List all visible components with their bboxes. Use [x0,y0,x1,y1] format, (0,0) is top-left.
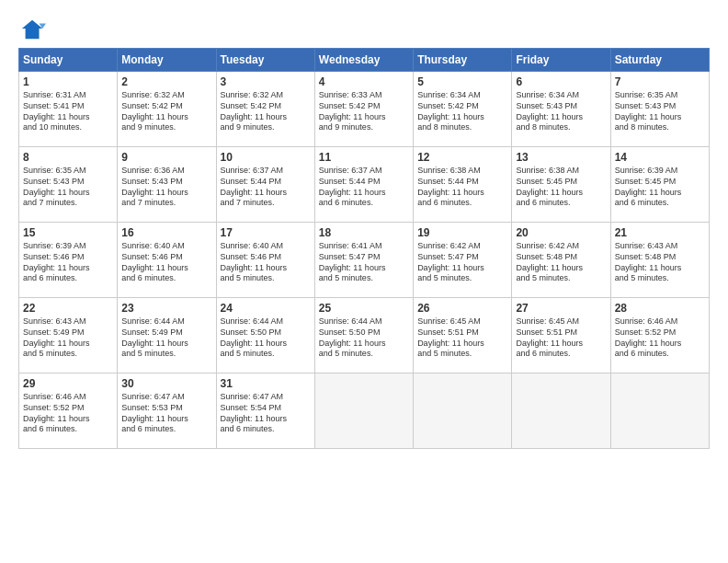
calendar-cell: 20Sunrise: 6:42 AM Sunset: 5:48 PM Dayli… [512,223,610,298]
day-info: Sunrise: 6:38 AM Sunset: 5:44 PM Dayligh… [417,166,507,209]
day-info: Sunrise: 6:37 AM Sunset: 5:44 PM Dayligh… [319,166,409,209]
day-info: Sunrise: 6:35 AM Sunset: 5:43 PM Dayligh… [615,90,705,133]
calendar-cell: 12Sunrise: 6:38 AM Sunset: 5:44 PM Dayli… [414,147,512,223]
day-number: 16 [121,225,211,240]
calendar-cell: 4Sunrise: 6:33 AM Sunset: 5:42 PM Daylig… [314,72,413,147]
day-number: 28 [615,301,705,316]
day-number: 2 [121,75,211,89]
calendar-cell: 28Sunrise: 6:46 AM Sunset: 5:52 PM Dayli… [610,298,709,373]
day-info: Sunrise: 6:39 AM Sunset: 5:46 PM Dayligh… [23,241,113,284]
calendar-cell: 30Sunrise: 6:47 AM Sunset: 5:53 PM Dayli… [118,373,216,449]
calendar-cell: 1Sunrise: 6:31 AM Sunset: 5:41 PM Daylig… [19,72,118,147]
day-info: Sunrise: 6:40 AM Sunset: 5:46 PM Dayligh… [221,241,311,284]
day-info: Sunrise: 6:45 AM Sunset: 5:51 PM Dayligh… [417,316,507,360]
logo-icon [20,17,46,42]
calendar-cell: 6Sunrise: 6:34 AM Sunset: 5:43 PM Daylig… [512,72,610,147]
calendar-cell [414,373,512,449]
day-info: Sunrise: 6:44 AM Sunset: 5:50 PM Dayligh… [221,316,311,360]
day-info: Sunrise: 6:47 AM Sunset: 5:54 PM Dayligh… [221,392,311,435]
day-number: 30 [121,376,211,391]
day-number: 17 [221,225,311,240]
calendar-cell: 10Sunrise: 6:37 AM Sunset: 5:44 PM Dayli… [216,147,314,223]
calendar-cell: 13Sunrise: 6:38 AM Sunset: 5:45 PM Dayli… [512,147,610,223]
day-number: 19 [417,225,507,240]
day-number: 12 [417,150,507,165]
day-info: Sunrise: 6:38 AM Sunset: 5:45 PM Dayligh… [516,166,606,209]
calendar-cell: 17Sunrise: 6:40 AM Sunset: 5:46 PM Dayli… [216,223,314,298]
day-number: 31 [221,376,311,391]
day-number: 5 [417,75,507,89]
day-info: Sunrise: 6:32 AM Sunset: 5:42 PM Dayligh… [221,90,311,133]
calendar-cell [512,373,610,449]
day-info: Sunrise: 6:46 AM Sunset: 5:52 PM Dayligh… [23,392,113,435]
day-number: 25 [319,301,409,316]
weekday-header-monday: Monday [118,49,216,72]
day-info: Sunrise: 6:44 AM Sunset: 5:50 PM Dayligh… [319,316,409,360]
calendar-cell: 3Sunrise: 6:32 AM Sunset: 5:42 PM Daylig… [216,72,314,147]
day-info: Sunrise: 6:45 AM Sunset: 5:51 PM Dayligh… [516,316,606,360]
day-info: Sunrise: 6:33 AM Sunset: 5:42 PM Dayligh… [319,90,409,133]
day-number: 8 [23,150,113,165]
day-info: Sunrise: 6:34 AM Sunset: 5:42 PM Dayligh… [417,90,507,133]
calendar-cell: 2Sunrise: 6:32 AM Sunset: 5:42 PM Daylig… [118,72,216,147]
day-number: 26 [417,301,507,316]
day-number: 1 [23,75,113,89]
day-number: 27 [516,301,606,316]
day-number: 13 [516,150,606,165]
day-number: 9 [121,150,211,165]
day-info: Sunrise: 6:47 AM Sunset: 5:53 PM Dayligh… [121,392,211,435]
day-number: 14 [615,150,705,165]
day-info: Sunrise: 6:40 AM Sunset: 5:46 PM Dayligh… [121,241,211,284]
day-info: Sunrise: 6:32 AM Sunset: 5:42 PM Dayligh… [121,90,211,133]
day-info: Sunrise: 6:46 AM Sunset: 5:52 PM Dayligh… [615,316,705,360]
day-info: Sunrise: 6:39 AM Sunset: 5:45 PM Dayligh… [615,166,705,209]
day-info: Sunrise: 6:36 AM Sunset: 5:43 PM Dayligh… [121,166,211,209]
day-info: Sunrise: 6:42 AM Sunset: 5:48 PM Dayligh… [516,241,606,284]
day-info: Sunrise: 6:43 AM Sunset: 5:48 PM Dayligh… [615,241,705,284]
svg-marker-0 [22,20,42,40]
day-info: Sunrise: 6:43 AM Sunset: 5:49 PM Dayligh… [23,316,113,360]
logo [18,17,46,39]
calendar-cell: 21Sunrise: 6:43 AM Sunset: 5:48 PM Dayli… [610,223,709,298]
calendar-cell: 26Sunrise: 6:45 AM Sunset: 5:51 PM Dayli… [414,298,512,373]
calendar-cell: 22Sunrise: 6:43 AM Sunset: 5:49 PM Dayli… [19,298,118,373]
calendar-cell: 5Sunrise: 6:34 AM Sunset: 5:42 PM Daylig… [414,72,512,147]
calendar-week-4: 22Sunrise: 6:43 AM Sunset: 5:49 PM Dayli… [19,298,710,373]
calendar-cell: 11Sunrise: 6:37 AM Sunset: 5:44 PM Dayli… [314,147,413,223]
calendar-cell: 27Sunrise: 6:45 AM Sunset: 5:51 PM Dayli… [512,298,610,373]
calendar-cell: 23Sunrise: 6:44 AM Sunset: 5:49 PM Dayli… [118,298,216,373]
weekday-header-saturday: Saturday [610,49,709,72]
calendar-week-3: 15Sunrise: 6:39 AM Sunset: 5:46 PM Dayli… [19,223,710,298]
calendar-cell: 7Sunrise: 6:35 AM Sunset: 5:43 PM Daylig… [610,72,709,147]
weekday-header-thursday: Thursday [414,49,512,72]
calendar-cell: 18Sunrise: 6:41 AM Sunset: 5:47 PM Dayli… [314,223,413,298]
calendar-cell: 16Sunrise: 6:40 AM Sunset: 5:46 PM Dayli… [118,223,216,298]
calendar-cell [314,373,413,449]
day-number: 23 [121,301,211,316]
page: SundayMondayTuesdayWednesdayThursdayFrid… [0,0,728,563]
calendar-cell: 25Sunrise: 6:44 AM Sunset: 5:50 PM Dayli… [314,298,413,373]
day-number: 21 [615,225,705,240]
weekday-header-row: SundayMondayTuesdayWednesdayThursdayFrid… [19,49,710,72]
day-info: Sunrise: 6:44 AM Sunset: 5:49 PM Dayligh… [121,316,211,360]
calendar-cell [610,373,709,449]
day-info: Sunrise: 6:37 AM Sunset: 5:44 PM Dayligh… [221,166,311,209]
day-number: 24 [221,301,311,316]
calendar-week-5: 29Sunrise: 6:46 AM Sunset: 5:52 PM Dayli… [19,373,710,449]
calendar-cell: 24Sunrise: 6:44 AM Sunset: 5:50 PM Dayli… [216,298,314,373]
day-number: 29 [23,376,113,391]
day-number: 3 [221,75,311,89]
day-number: 22 [23,301,113,316]
calendar-cell: 29Sunrise: 6:46 AM Sunset: 5:52 PM Dayli… [19,373,118,449]
weekday-header-tuesday: Tuesday [216,49,314,72]
calendar-week-1: 1Sunrise: 6:31 AM Sunset: 5:41 PM Daylig… [19,72,710,147]
day-number: 4 [319,75,409,89]
calendar-table: SundayMondayTuesdayWednesdayThursdayFrid… [18,48,710,449]
calendar-week-2: 8Sunrise: 6:35 AM Sunset: 5:43 PM Daylig… [19,147,710,223]
weekday-header-sunday: Sunday [19,49,118,72]
calendar-cell: 15Sunrise: 6:39 AM Sunset: 5:46 PM Dayli… [19,223,118,298]
day-info: Sunrise: 6:35 AM Sunset: 5:43 PM Dayligh… [23,166,113,209]
day-info: Sunrise: 6:34 AM Sunset: 5:43 PM Dayligh… [516,90,606,133]
day-info: Sunrise: 6:42 AM Sunset: 5:47 PM Dayligh… [417,241,507,284]
day-number: 7 [615,75,705,89]
